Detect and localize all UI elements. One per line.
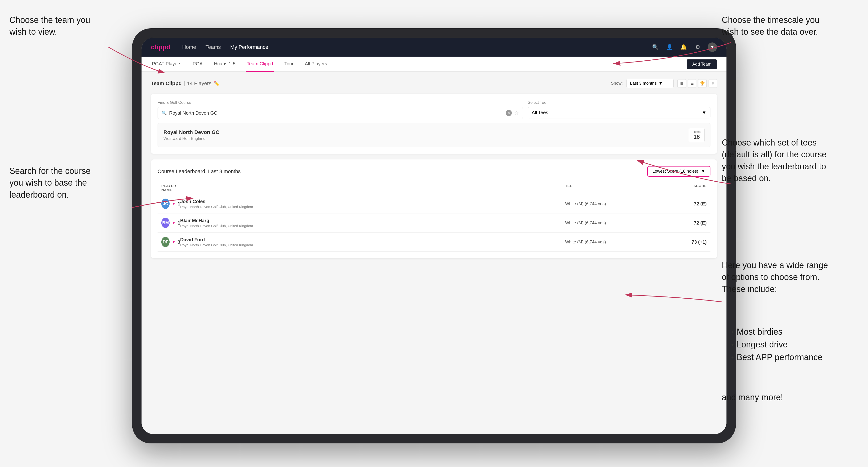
player-avatar-3: DF bbox=[161, 237, 169, 247]
tablet-frame: clippd Home Teams My Performance 🔍 👤 🔔 ⚙… bbox=[132, 28, 736, 443]
tee-cell-2: White (M) (6,744 yds) bbox=[565, 220, 659, 225]
tab-tour[interactable]: Tour bbox=[283, 57, 294, 72]
tab-hcaps[interactable]: Hcaps 1-5 bbox=[213, 57, 236, 72]
grid-view-btn[interactable]: ⊞ bbox=[677, 79, 686, 88]
nav-link-home[interactable]: Home bbox=[182, 44, 196, 50]
search-col: Find a Golf Course 🔍 ✕ ☆ bbox=[158, 100, 523, 119]
search-input-wrap: 🔍 ✕ ☆ bbox=[158, 107, 523, 119]
rank-num-2: 1 bbox=[178, 220, 180, 226]
trophy-btn[interactable]: 🏆 bbox=[698, 79, 707, 88]
team-title-area: Team Clippd | 14 Players ✏️ bbox=[151, 81, 220, 87]
team-header: Team Clippd | 14 Players ✏️ Show: Last 3… bbox=[151, 79, 717, 88]
course-search-label: Find a Golf Course bbox=[158, 100, 523, 105]
bullet-item-1: Most birdies bbox=[731, 325, 823, 338]
annotation-top-left: Choose the team youwish to view. bbox=[9, 14, 90, 38]
holes-label: Holes bbox=[693, 130, 701, 133]
table-header: PLAYER NAME TEE SCORE bbox=[158, 181, 710, 194]
player-info-2: Blair McHarg Royal North Devon Golf Club… bbox=[180, 218, 565, 228]
player-club-2: Royal North Devon Golf Club, United King… bbox=[180, 224, 565, 228]
player-info-1: Josh Coles Royal North Devon Golf Club, … bbox=[180, 199, 565, 209]
nav-links: Home Teams My Performance bbox=[182, 44, 651, 50]
nav-icons: 🔍 👤 🔔 ⚙ ▼ bbox=[651, 42, 717, 52]
player-name-3: David Ford bbox=[180, 237, 565, 243]
search-row: Find a Golf Course 🔍 ✕ ☆ Select Tee All … bbox=[158, 100, 710, 119]
player-club-1: Royal North Devon Golf Club, United King… bbox=[180, 205, 565, 209]
table-row[interactable]: BM ♥ 1 Blair McHarg Royal North Devon Go… bbox=[158, 214, 710, 232]
course-search-input[interactable] bbox=[169, 111, 503, 116]
leaderboard-header: Course Leaderboard, Last 3 months Lowest… bbox=[158, 166, 710, 177]
select-col: Select Tee All Tees ▼ bbox=[528, 100, 710, 119]
heart-icon-3: ♥ bbox=[173, 240, 175, 244]
score-cell-1: 72 (E) bbox=[659, 201, 707, 207]
rank-cell-1: JC ♥ 1 bbox=[161, 198, 180, 209]
tab-bar: PGAT Players PGA Hcaps 1-5 Team Clippd T… bbox=[142, 57, 726, 72]
search-icon: 🔍 bbox=[161, 111, 167, 116]
add-team-button[interactable]: Add Team bbox=[687, 59, 717, 69]
table-row[interactable]: DF ♥ 3 David Ford Royal North Devon Golf… bbox=[158, 232, 710, 252]
team-controls: Show: Last 3 months ▼ ⊞ ☰ 🏆 ⬇ bbox=[611, 79, 717, 88]
nav-bar: clippd Home Teams My Performance 🔍 👤 🔔 ⚙… bbox=[142, 38, 726, 57]
list-view-btn[interactable]: ☰ bbox=[688, 79, 696, 88]
bullet-item-3: Best APP performance bbox=[731, 351, 823, 364]
score-cell-3: 73 (+1) bbox=[659, 239, 707, 245]
team-count: | 14 Players bbox=[184, 81, 211, 87]
score-type-value: Lowest Score (18 holes) bbox=[652, 169, 698, 174]
edit-icon[interactable]: ✏️ bbox=[214, 81, 220, 86]
tablet-screen: clippd Home Teams My Performance 🔍 👤 🔔 ⚙… bbox=[142, 38, 726, 434]
leaderboard-title: Course Leaderboard, Last 3 months bbox=[158, 168, 241, 175]
nav-link-teams[interactable]: Teams bbox=[206, 44, 221, 50]
table-row[interactable]: JC ♥ 1 Josh Coles Royal North Devon Golf… bbox=[158, 194, 710, 214]
tee-cell-1: White (M) (6,744 yds) bbox=[565, 201, 659, 206]
course-location: Westward Ho!, England bbox=[163, 136, 219, 141]
col-score-header: SCORE bbox=[659, 184, 707, 192]
nav-link-myperformance[interactable]: My Performance bbox=[230, 44, 268, 50]
leaderboard-section: Course Leaderboard, Last 3 months Lowest… bbox=[151, 159, 717, 258]
download-btn[interactable]: ⬇ bbox=[709, 79, 717, 88]
bell-icon[interactable]: 🔔 bbox=[679, 43, 688, 52]
col-tee-header: TEE bbox=[565, 184, 659, 192]
annotation-search: Search for the courseyou wish to base th… bbox=[9, 165, 91, 201]
tab-pgat[interactable]: PGAT Players bbox=[151, 57, 182, 72]
annotation-tees: Choose which set of tees(default is all)… bbox=[722, 137, 827, 184]
annotation-top-right: Choose the timescale youwish to see the … bbox=[722, 14, 819, 38]
annotation-and-more: and many more! bbox=[722, 392, 783, 403]
col-empty-header bbox=[180, 184, 565, 192]
annotation-options: Here you have a wide rangeof options to … bbox=[722, 259, 828, 295]
person-icon[interactable]: 👤 bbox=[665, 43, 674, 52]
tee-select-value: All Tees bbox=[532, 110, 548, 115]
show-value: Last 3 months bbox=[630, 81, 657, 86]
search-icon[interactable]: 🔍 bbox=[651, 43, 659, 52]
course-name: Royal North Devon GC bbox=[163, 129, 219, 135]
player-club-3: Royal North Devon Golf Club, United King… bbox=[180, 243, 565, 247]
bullet-item-2: Longest drive bbox=[731, 338, 823, 351]
tab-pga[interactable]: PGA bbox=[192, 57, 204, 72]
rank-cell-2: BM ♥ 1 bbox=[161, 218, 180, 228]
show-dropdown[interactable]: Last 3 months ▼ bbox=[626, 79, 674, 88]
search-section: Find a Golf Course 🔍 ✕ ☆ Select Tee All … bbox=[151, 94, 717, 154]
view-icons: ⊞ ☰ 🏆 ⬇ bbox=[677, 79, 717, 88]
player-name-1: Josh Coles bbox=[180, 199, 565, 204]
tab-allplayers[interactable]: All Players bbox=[304, 57, 328, 72]
tab-teamclippd[interactable]: Team Clippd bbox=[246, 57, 274, 72]
nav-logo: clippd bbox=[151, 43, 170, 51]
course-result[interactable]: Royal North Devon GC Westward Ho!, Engla… bbox=[158, 123, 710, 147]
settings-icon[interactable]: ⚙ bbox=[693, 43, 702, 52]
show-label: Show: bbox=[611, 81, 623, 86]
main-content: Team Clippd | 14 Players ✏️ Show: Last 3… bbox=[142, 72, 726, 434]
leaderboard-table: PLAYER NAME TEE SCORE JC ♥ 1 Josh bbox=[158, 181, 710, 252]
heart-icon-2: ♥ bbox=[173, 221, 175, 225]
star-btn[interactable]: ☆ bbox=[514, 110, 519, 116]
player-avatar-1: JC bbox=[161, 198, 169, 209]
holes-badge: Holes 18 bbox=[689, 128, 705, 142]
heart-icon-1: ♥ bbox=[173, 201, 175, 206]
rank-num-1: 1 bbox=[178, 201, 180, 207]
col-player-header: PLAYER NAME bbox=[161, 184, 180, 192]
score-cell-2: 72 (E) bbox=[659, 220, 707, 226]
rank-num-3: 3 bbox=[178, 239, 180, 245]
clear-search-btn[interactable]: ✕ bbox=[506, 110, 512, 116]
tee-cell-3: White (M) (6,744 yds) bbox=[565, 240, 659, 245]
score-type-dropdown[interactable]: Lowest Score (18 holes) ▼ bbox=[647, 166, 710, 177]
tee-select-dropdown[interactable]: All Tees ▼ bbox=[528, 107, 710, 118]
avatar[interactable]: ▼ bbox=[708, 42, 717, 52]
course-info: Royal North Devon GC Westward Ho!, Engla… bbox=[163, 129, 219, 141]
